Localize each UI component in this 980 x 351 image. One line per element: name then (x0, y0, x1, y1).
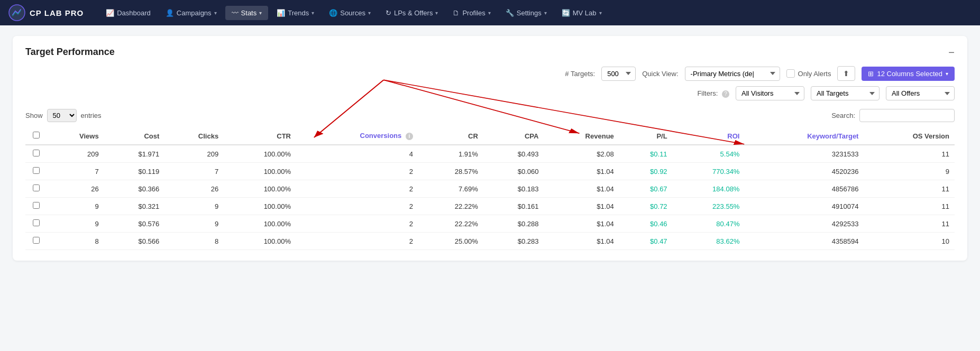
row-cpa: $0.283 (483, 233, 544, 250)
row-roi: 83.62% (673, 233, 745, 250)
col-cost-header: Cost (104, 127, 165, 145)
table-row: 8 $0.566 8 100.00% 2 25.00% $0.283 $1.04… (25, 233, 955, 250)
targets-select[interactable]: 500 100 250 1000 (601, 67, 636, 81)
select-all-checkbox[interactable] (33, 132, 40, 138)
profiles-icon: 🗋 (453, 9, 460, 17)
columns-grid-icon: ⊞ (868, 70, 874, 78)
row-roi: 80.47% (673, 215, 745, 233)
row-select-checkbox[interactable] (33, 184, 40, 191)
row-select-checkbox[interactable] (33, 202, 40, 209)
row-roi: 5.54% (673, 145, 745, 163)
row-select-checkbox[interactable] (33, 237, 40, 244)
row-checkbox[interactable] (25, 215, 47, 233)
nav-profiles[interactable]: 🗋 Profiles ▾ (446, 6, 497, 20)
only-alerts-wrap: Only Alerts (786, 69, 831, 78)
page-title: Target Performance (25, 47, 115, 58)
row-select-checkbox[interactable] (33, 167, 40, 174)
targets-label: # Targets: (565, 70, 595, 78)
card-header: Target Performance − (25, 47, 955, 58)
campaigns-chevron: ▾ (214, 10, 217, 16)
upload-button[interactable]: ⬆ (837, 66, 855, 81)
row-checkbox[interactable] (25, 180, 47, 198)
row-ctr: 100.00% (224, 215, 296, 233)
col-os-header: OS Version (864, 127, 955, 145)
row-cost: $0.119 (104, 163, 165, 180)
row-ctr: 100.00% (224, 145, 296, 163)
search-input[interactable] (859, 109, 955, 122)
table-head: Views Cost Clicks CTR Conversions i CR C… (25, 127, 955, 145)
nav-settings[interactable]: 🔧 Settings ▾ (499, 6, 553, 20)
nav-dashboard[interactable]: 📈 Dashboard (99, 6, 157, 20)
row-revenue: $1.04 (544, 163, 619, 180)
settings-chevron: ▾ (544, 10, 547, 16)
nav-stats[interactable]: 〰 Stats ▾ (225, 6, 269, 20)
row-keyword: 4910074 (745, 198, 864, 215)
row-checkbox[interactable] (25, 145, 47, 163)
trends-icon: 📊 (277, 9, 285, 17)
nav-lps-offers[interactable]: ↻ LPs & Offers ▾ (379, 6, 444, 20)
columns-chevron: ▾ (946, 71, 948, 77)
columns-button[interactable]: ⊞ 12 Columns Selected ▾ (862, 67, 955, 81)
card-wrapper: Target Performance − # Targets: 500 100 … (13, 36, 967, 261)
mvlab-icon: 🔄 (562, 9, 570, 17)
entries-select[interactable]: 50 10 25 100 (47, 109, 77, 122)
col-pl-header: P/L (619, 127, 673, 145)
row-cost: $0.576 (104, 215, 165, 233)
lps-icon: ↻ (386, 9, 391, 17)
campaigns-icon: 👤 (166, 9, 174, 17)
data-table: Views Cost Clicks CTR Conversions i CR C… (25, 127, 955, 250)
row-cost: $0.366 (104, 180, 165, 198)
table-row: 9 $0.576 9 100.00% 2 22.22% $0.288 $1.04… (25, 215, 955, 233)
row-views: 26 (47, 180, 104, 198)
row-conversions: 2 (296, 215, 418, 233)
search-label: Search: (831, 112, 855, 119)
toolbar-row-2: Filters: ? All Visitors New Visitors All… (25, 86, 955, 100)
row-revenue: $1.04 (544, 233, 619, 250)
row-pl: $0.92 (619, 163, 673, 180)
row-select-checkbox[interactable] (33, 219, 40, 226)
row-cpa: $0.060 (483, 163, 544, 180)
row-conversions: 2 (296, 180, 418, 198)
row-pl: $0.47 (619, 233, 673, 250)
row-views: 7 (47, 163, 104, 180)
nav-sources[interactable]: 🌐 Sources ▾ (323, 6, 377, 20)
col-keyword-header: Keyword/Target (745, 127, 864, 145)
entries-label: entries (81, 112, 102, 119)
only-alerts-checkbox[interactable] (786, 69, 795, 78)
row-checkbox[interactable] (25, 233, 47, 250)
table-body: 209 $1.971 209 100.00% 4 1.91% $0.493 $2… (25, 145, 955, 250)
offers-filter-select[interactable]: All Offers (886, 86, 955, 100)
row-keyword: 3231533 (745, 145, 864, 163)
filters-info-icon[interactable]: ? (722, 90, 729, 98)
nav-campaigns[interactable]: 👤 Campaigns ▾ (159, 6, 223, 20)
row-checkbox[interactable] (25, 198, 47, 215)
row-select-checkbox[interactable] (33, 150, 40, 156)
sources-chevron: ▾ (368, 10, 371, 16)
nav-trends[interactable]: 📊 Trends ▾ (270, 6, 320, 20)
row-revenue: $2.08 (544, 145, 619, 163)
row-roi: 223.55% (673, 198, 745, 215)
stats-icon: 〰 (232, 9, 239, 17)
search-area: Search: (831, 109, 955, 122)
visitors-filter-select[interactable]: All Visitors New Visitors (736, 86, 804, 100)
row-cr: 25.00% (418, 233, 483, 250)
targets-filter-select[interactable]: All Targets (811, 86, 880, 100)
conversions-info-icon[interactable]: i (406, 133, 413, 140)
row-revenue: $1.04 (544, 198, 619, 215)
row-clicks: 9 (164, 215, 224, 233)
row-clicks: 9 (164, 198, 224, 215)
row-cpa: $0.493 (483, 145, 544, 163)
row-cpa: $0.183 (483, 180, 544, 198)
quick-view-select[interactable]: -Primary Metrics (de| All Metrics (685, 67, 780, 81)
row-conversions: 2 (296, 198, 418, 215)
collapse-button[interactable]: − (948, 47, 955, 58)
row-os-version: 10 (864, 233, 955, 250)
row-cpa: $0.161 (483, 198, 544, 215)
row-os-version: 11 (864, 180, 955, 198)
row-ctr: 100.00% (224, 163, 296, 180)
row-checkbox[interactable] (25, 163, 47, 180)
table-row: 209 $1.971 209 100.00% 4 1.91% $0.493 $2… (25, 145, 955, 163)
nav-mvlab[interactable]: 🔄 MV Lab ▾ (555, 6, 608, 20)
logo[interactable]: CP LAB PRO (8, 4, 84, 21)
mvlab-chevron: ▾ (599, 10, 602, 16)
